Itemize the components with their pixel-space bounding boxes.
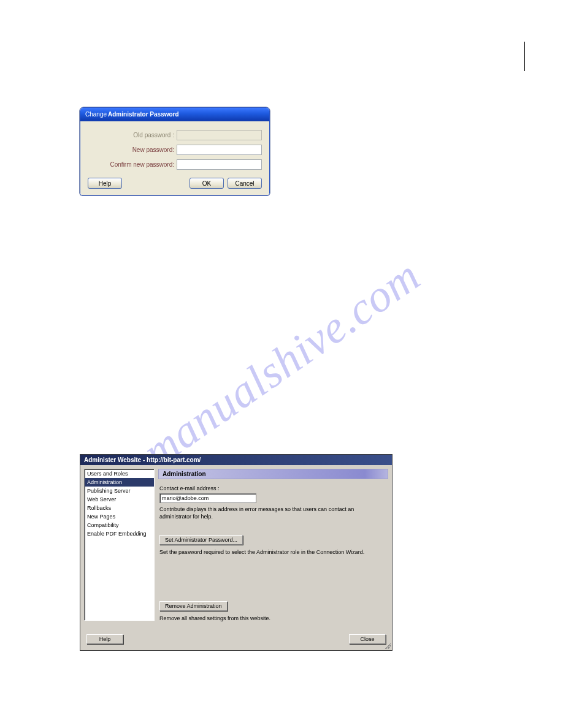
sidebar-item[interactable]: Rollbacks [85,504,154,512]
ok-button[interactable]: OK [190,178,224,189]
sidebar-item[interactable]: Web Server [85,495,154,504]
sidebar-item[interactable]: Enable PDF Embedding [85,529,154,538]
help-button[interactable]: Help [88,178,122,189]
contact-email-label: Contact e-mail address : [159,485,387,491]
dialog-titlebar: Change Administrator Password [80,108,269,121]
dialog-titlebar: Administer Website - http://bit-part.com… [80,455,392,465]
new-password-label: New password: [88,146,177,153]
old-password-label: Old password : [88,132,177,138]
new-password-input[interactable] [177,145,262,155]
category-list[interactable]: Users and RolesAdministrationPublishing … [84,469,155,621]
contact-email-input[interactable] [159,493,256,503]
sidebar-item[interactable]: Administration [85,478,154,487]
sidebar-item[interactable]: Users and Roles [85,469,154,478]
text-cursor [524,42,525,71]
sidebar-item[interactable]: New Pages [85,512,154,521]
sidebar-item[interactable]: Compatibility [85,521,154,529]
confirm-password-input[interactable] [177,159,262,170]
set-admin-password-button[interactable]: Set Administrator Password... [159,535,243,545]
remove-administration-button[interactable]: Remove Administration [159,601,228,611]
sidebar-item[interactable]: Publishing Server [85,487,154,495]
change-password-dialog: Change Administrator Password Old passwo… [80,107,270,195]
confirm-password-label: Confirm new password: [88,161,177,168]
administer-website-dialog: Administer Website - http://bit-part.com… [80,454,393,651]
set-password-desc: Set the password required to select the … [159,548,387,556]
section-header: Administration [158,469,388,479]
watermark-text: manualshive.com [133,249,430,479]
remove-desc: Remove all shared settings from this web… [159,615,387,622]
title-prefix: Change [85,111,107,118]
cancel-button[interactable]: Cancel [228,178,262,189]
resize-grip-icon[interactable] [383,642,391,649]
close-button[interactable]: Close [349,634,386,644]
help-button[interactable]: Help [86,634,123,644]
contact-email-desc: Contribute displays this address in erro… [159,506,387,520]
old-password-input [177,130,262,140]
administration-panel: Administration Contact e-mail address : … [158,469,388,623]
title-main: Administrator Password [108,111,179,118]
